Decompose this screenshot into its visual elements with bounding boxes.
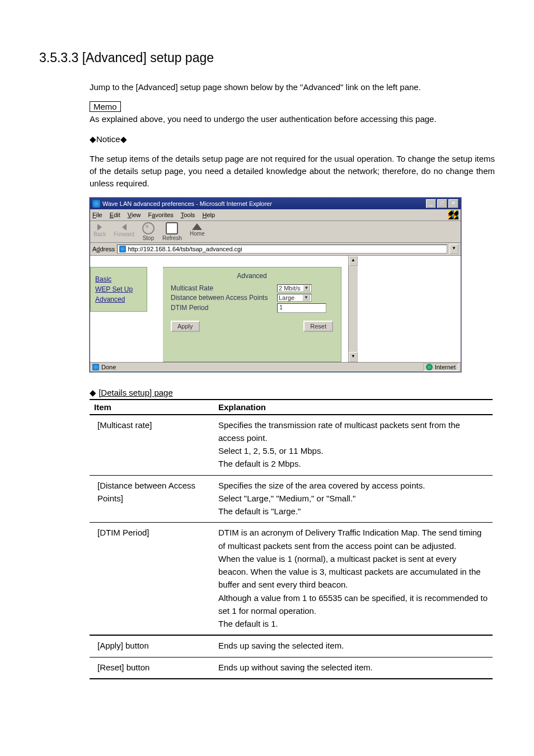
nav-advanced-link[interactable]: Advanced xyxy=(95,295,142,303)
details-table: Item Explanation [Multicast rate]Specifi… xyxy=(90,399,493,679)
windows-logo-icon xyxy=(448,210,458,219)
menu-help[interactable]: Help xyxy=(202,212,215,218)
status-done: Done xyxy=(101,364,116,370)
globe-icon xyxy=(426,364,433,370)
distance-select[interactable]: Large▼ xyxy=(277,294,312,302)
status-zone: Internet xyxy=(435,364,456,370)
col-explanation: Explanation xyxy=(214,400,493,415)
vertical-scrollbar[interactable]: ▲ ▼ xyxy=(348,256,358,362)
minimize-button[interactable]: _ xyxy=(426,199,436,208)
home-button[interactable]: Home xyxy=(190,222,205,241)
section-heading: 3.5.3.3 [Advanced] setup page xyxy=(39,50,495,65)
details-caption: [Details setup] page xyxy=(90,388,495,398)
address-url: http://192.168.1.64/tsb/tsap_advanced.cg… xyxy=(128,246,242,252)
nav-basic-link[interactable]: Basic xyxy=(95,275,142,283)
details-explanation: Ends up saving the selected item. xyxy=(214,635,493,657)
ie-small-icon xyxy=(119,246,126,252)
address-dropdown-icon[interactable]: ▼ xyxy=(449,244,458,254)
advanced-panel: Advanced Multicast Rate 2 Mbit/s▼ Distan… xyxy=(163,267,341,362)
close-button[interactable]: ✕ xyxy=(448,199,458,208)
stop-button[interactable]: Stop xyxy=(142,222,154,241)
ie-small-icon xyxy=(92,364,99,370)
menu-view[interactable]: View xyxy=(128,212,141,218)
scroll-down-icon[interactable]: ▼ xyxy=(349,352,358,362)
details-explanation: DTIM is an acronym of Delivery Traffic I… xyxy=(214,523,493,636)
details-item: [Multicast rate] xyxy=(90,415,214,476)
details-item: [Apply] button xyxy=(90,635,214,657)
content-area: Basic WEP Set Up Advanced Advanced Multi… xyxy=(90,256,348,362)
menu-tools[interactable]: Tools xyxy=(181,212,195,218)
refresh-button[interactable]: Refresh xyxy=(162,222,182,241)
multicast-rate-label: Multicast Rate xyxy=(171,284,277,292)
menu-favorites[interactable]: Favorites xyxy=(148,212,174,218)
memo-text: As explained above, you need to undergo … xyxy=(90,113,495,125)
reset-button[interactable]: Reset xyxy=(303,321,333,332)
apply-button[interactable]: Apply xyxy=(171,321,200,332)
maximize-button[interactable]: □ xyxy=(437,199,447,208)
details-explanation: Specifies the size of the area covered b… xyxy=(214,475,493,523)
forward-button[interactable]: Forward xyxy=(114,222,134,241)
chevron-down-icon: ▼ xyxy=(302,294,310,300)
details-explanation: Specifies the transmission rate of multi… xyxy=(214,415,493,476)
menu-file[interactable]: File xyxy=(92,212,102,218)
col-item: Item xyxy=(90,400,214,415)
back-button[interactable]: Back xyxy=(93,222,106,241)
notice-label-text: Notice xyxy=(96,134,120,144)
distance-label: Distance between Access Points xyxy=(171,294,277,302)
memo-label: Memo xyxy=(90,101,121,112)
dtim-input[interactable]: 1 xyxy=(277,303,326,313)
ie-icon xyxy=(92,200,100,208)
multicast-rate-select[interactable]: 2 Mbit/s▼ xyxy=(277,284,312,292)
toolbar: Back Forward Stop Refresh Home xyxy=(90,221,461,243)
intro-text: Jump to the [Advanced] setup page shown … xyxy=(90,81,495,93)
status-bar: Done Internet xyxy=(90,362,461,372)
title-bar: Wave LAN advanced preferences - Microsof… xyxy=(90,198,461,209)
chevron-down-icon: ▼ xyxy=(303,285,311,291)
details-item: [Reset] button xyxy=(90,657,214,679)
details-item: [DTIM Period] xyxy=(90,523,214,636)
details-explanation: Ends up without saving the selected item… xyxy=(214,657,493,679)
window-title: Wave LAN advanced preferences - Microsof… xyxy=(102,200,272,207)
notice-text: The setup items of the details setup pag… xyxy=(90,153,495,189)
scroll-up-icon[interactable]: ▲ xyxy=(349,256,358,266)
notice-label: Notice xyxy=(90,133,495,145)
address-label: Address xyxy=(92,246,115,252)
panel-heading: Advanced xyxy=(171,272,333,280)
dtim-label: DTIM Period xyxy=(171,304,277,312)
address-field[interactable]: http://192.168.1.64/tsb/tsap_advanced.cg… xyxy=(117,245,447,253)
nav-wep-link[interactable]: WEP Set Up xyxy=(95,285,142,293)
nav-panel: Basic WEP Set Up Advanced xyxy=(90,267,147,312)
menu-bar: File Edit View Favorites Tools Help xyxy=(90,209,461,221)
details-item: [Distance between Access Points] xyxy=(90,475,214,523)
address-bar: Address http://192.168.1.64/tsb/tsap_adv… xyxy=(90,243,461,256)
menu-edit[interactable]: Edit xyxy=(110,212,120,218)
browser-window: Wave LAN advanced preferences - Microsof… xyxy=(90,198,461,372)
